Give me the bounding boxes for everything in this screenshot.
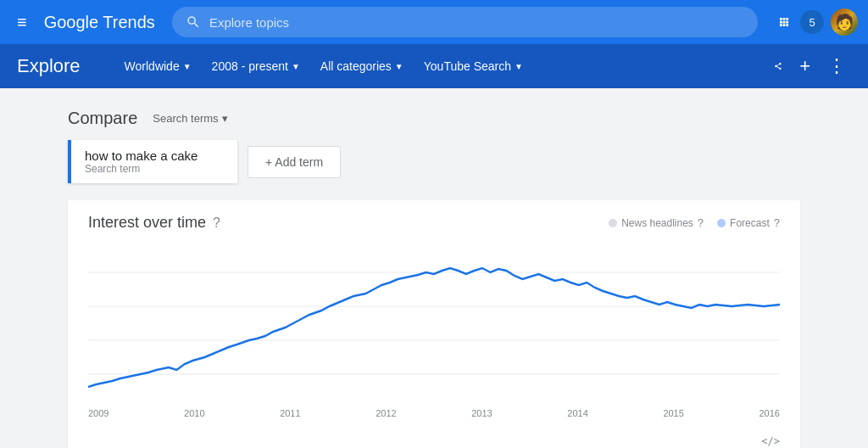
- add-term-button[interactable]: + Add term: [248, 146, 341, 178]
- search-icon: [186, 14, 201, 30]
- news-help-icon[interactable]: ?: [698, 216, 704, 229]
- x-label-2016: 2016: [759, 408, 779, 418]
- chevron-down-icon: ▼: [515, 62, 523, 71]
- forecast-help-icon[interactable]: ?: [774, 216, 780, 229]
- interest-header: Interest over time ? News headlines ? Fo…: [68, 200, 800, 238]
- logo: Google Trends: [44, 13, 155, 32]
- search-term-card[interactable]: how to make a cake Search term: [68, 140, 237, 183]
- main-content: Compare Search terms ▾ how to make a cak…: [0, 88, 868, 448]
- term-text: how to make a cake: [85, 148, 224, 163]
- logo-text: Google Trends: [44, 13, 155, 32]
- navbar: ≡ Google Trends 5 🧑: [0, 0, 868, 44]
- chevron-down-icon: ▾: [222, 112, 228, 125]
- x-label-2015: 2015: [663, 408, 683, 418]
- term-subtext: Search term: [85, 163, 224, 175]
- search-terms-dropdown[interactable]: Search terms ▾: [146, 109, 234, 128]
- date-filter[interactable]: 2008 - present ▼: [202, 54, 310, 78]
- search-input[interactable]: [209, 15, 744, 30]
- source-filter[interactable]: YouTube Search ▼: [414, 54, 533, 78]
- notification-badge[interactable]: 5: [800, 10, 824, 34]
- interest-title-row: Interest over time ?: [88, 214, 220, 232]
- x-label-2011: 2011: [280, 408, 300, 418]
- news-dot: [609, 219, 617, 227]
- news-label: News headlines: [621, 217, 693, 229]
- compare-section: Compare Search terms ▾ how to make a cak…: [68, 109, 800, 183]
- chart-container: 2009 2010 2011 2012 2013 2014 2015 2016: [68, 238, 800, 432]
- compare-title: Compare: [68, 109, 137, 128]
- chevron-down-icon: ▼: [183, 62, 192, 71]
- news-headlines-legend: News headlines ?: [609, 216, 704, 229]
- embed-button[interactable]: </>: [68, 432, 800, 448]
- x-label-2010: 2010: [184, 408, 204, 418]
- more-options-icon[interactable]: ⋮: [822, 50, 851, 82]
- page-title: Explore: [17, 55, 81, 77]
- search-bar[interactable]: [172, 7, 758, 37]
- user-avatar[interactable]: 🧑: [831, 8, 858, 36]
- chevron-down-icon: ▼: [292, 62, 300, 71]
- x-label-2012: 2012: [376, 408, 396, 418]
- apps-icon[interactable]: [775, 13, 793, 31]
- embed-icon: </>: [761, 435, 780, 447]
- compare-header: Compare Search terms ▾: [68, 109, 800, 128]
- interest-section: Interest over time ? News headlines ? Fo…: [68, 200, 800, 448]
- worldwide-filter[interactable]: Worldwide ▼: [114, 54, 202, 78]
- forecast-dot: [717, 219, 726, 227]
- forecast-label: Forecast: [730, 217, 770, 229]
- navbar-right: 5 🧑: [775, 8, 858, 36]
- x-label-2013: 2013: [471, 408, 492, 418]
- term-cards: how to make a cake Search term + Add ter…: [68, 140, 800, 183]
- chart-area: [88, 238, 780, 408]
- categories-filter[interactable]: All categories ▼: [310, 54, 414, 78]
- menu-icon[interactable]: ≡: [10, 6, 34, 39]
- sub-header-actions: + ⋮: [769, 50, 851, 82]
- add-icon[interactable]: +: [794, 50, 815, 82]
- share-icon[interactable]: [769, 57, 787, 76]
- trend-chart: [88, 238, 780, 408]
- chevron-down-icon: ▼: [395, 62, 403, 71]
- interest-title: Interest over time: [88, 214, 206, 232]
- x-label-2014: 2014: [567, 408, 587, 418]
- interest-legend: News headlines ? Forecast ?: [609, 216, 780, 229]
- sub-header: Explore Worldwide ▼ 2008 - present ▼ All…: [0, 44, 868, 88]
- help-icon[interactable]: ?: [213, 216, 220, 231]
- forecast-legend: Forecast ?: [717, 216, 780, 229]
- x-label-2009: 2009: [88, 408, 108, 418]
